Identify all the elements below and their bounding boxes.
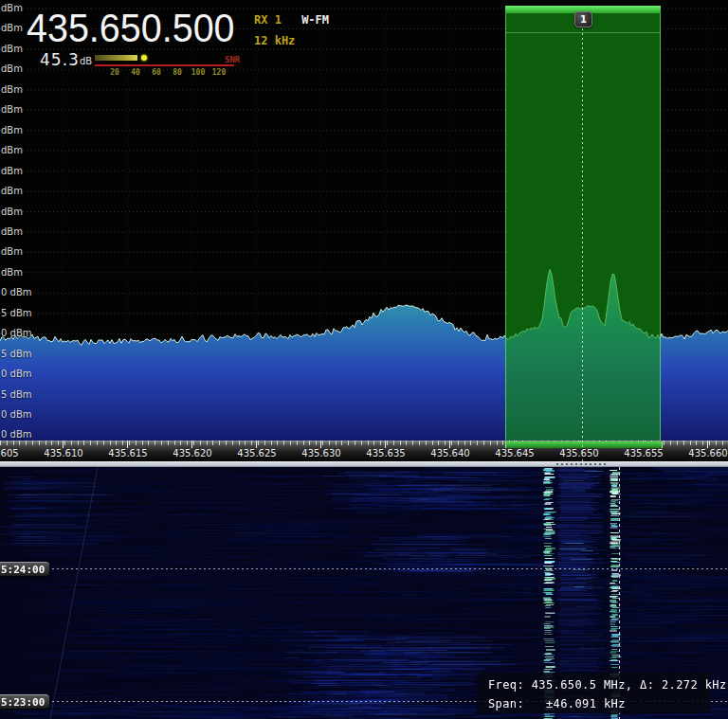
db-axis-label: dBm — [1, 207, 23, 218]
waterfall-display[interactable]: 5:24:00 5:23:00 Freq: 435.650.5 MHz, Δ: … — [0, 467, 728, 719]
snr-scale-ticks: 20406080100120 — [0, 68, 294, 78]
db-axis-label: dBm — [1, 23, 23, 34]
db-axis-label: 0 dBm — [1, 287, 32, 298]
snr-peak-dot — [141, 55, 147, 61]
frequency-axis-label: 435.655 — [624, 448, 663, 458]
snr-meter-bar — [95, 55, 137, 61]
db-axis-label: dBm — [1, 84, 23, 96]
frequency-axis-label: 435.615 — [108, 448, 147, 458]
frequency-axis-label: 435.650 — [559, 448, 598, 458]
frequency-axis-label: 435.645 — [495, 448, 534, 458]
snr-meter: 45.3 dB 20406080100120 SNR — [0, 46, 294, 79]
bandwidth-label: 12 kHz — [254, 34, 295, 47]
db-axis-label: dBm — [1, 104, 23, 116]
db-axis-label: dBm — [1, 3, 23, 14]
snr-unit: dB — [80, 56, 92, 66]
db-axis-label: 0 dBm — [1, 409, 32, 421]
snr-tick-label: 80 — [173, 68, 182, 77]
snr-tick-label: 40 — [131, 68, 140, 77]
timestamp-badge: 5:24:00 — [0, 562, 49, 576]
timestamp-badge: 5:23:00 — [0, 694, 49, 709]
mode-label: W-FM — [301, 13, 329, 27]
db-axis-label: 0 dBm — [1, 368, 32, 380]
db-axis-label: dBm — [1, 145, 23, 156]
snr-tick-label: 60 — [152, 68, 161, 77]
splitter-grip-icon[interactable] — [556, 463, 608, 465]
rx-marker-badge[interactable]: 1 — [574, 11, 592, 27]
db-axis-label: 5 dBm — [1, 308, 32, 319]
snr-tick-label: 20 — [110, 68, 119, 77]
cursor-info-box: Freq: 435.650.5 MHz, Δ: 2.272 kHzSpan: ±… — [477, 673, 710, 713]
db-axis-label: 0 dBm — [1, 328, 32, 339]
spectrum-display[interactable]: 1 dBmdBmdBmdBmdBmdBmdBmdBmdBmdBmdBmdBmdB… — [0, 5, 728, 440]
sdr-console-window: 1 dBmdBmdBmdBmdBmdBmdBmdBmdBmdBmdBmdBmdB… — [0, 0, 728, 719]
rx-region-left-edge[interactable] — [505, 6, 506, 441]
db-axis-label: 5 dBm — [1, 389, 32, 401]
frequency-axis[interactable]: 435.605435.610435.615435.620435.625435.6… — [0, 440, 728, 461]
db-axis-label: dBm — [1, 186, 23, 197]
frequency-axis-label: 435.610 — [44, 448, 82, 458]
frequency-axis-label: 435.640 — [430, 448, 469, 458]
rx-region-bottom-bar[interactable] — [505, 441, 663, 448]
db-axis-label: dBm — [1, 125, 23, 136]
db-axis-label: dBm — [1, 246, 23, 258]
db-axis-label: dBm — [1, 226, 23, 238]
db-axis-label: dBm — [1, 267, 23, 279]
db-axis-label: 5 dBm — [1, 349, 32, 360]
frequency-axis-label: 435.660 — [688, 448, 727, 458]
rx-info: RX 1 W-FM — [254, 13, 329, 27]
frequency-axis-label: 435.625 — [237, 448, 276, 458]
snr-scale-line — [95, 64, 234, 66]
rx-selection-region[interactable] — [505, 6, 661, 441]
cursor-span-text: Span: ±46.091 kHz — [488, 697, 626, 710]
frequency-readout[interactable]: 435.650.500 — [27, 6, 235, 51]
snr-label: SNR — [225, 55, 240, 64]
db-axis-label: dBm — [1, 166, 23, 177]
rx-number-label: RX 1 — [254, 13, 282, 27]
db-axis-label: 0 dBm — [1, 429, 32, 440]
snr-tick-label: 100 — [191, 68, 205, 77]
frequency-axis-label: 435.620 — [173, 448, 211, 458]
frequency-axis-label: 435.605 — [0, 448, 19, 458]
rx-region-right-edge[interactable] — [660, 6, 661, 441]
snr-tick-label: 120 — [212, 68, 226, 77]
snr-value: 45.3 — [40, 50, 80, 69]
frequency-axis-label: 435.635 — [366, 448, 405, 458]
frequency-axis-label: 435.630 — [301, 448, 340, 458]
rx-region-inner-line — [505, 32, 661, 33]
rx-tuned-frequency-line — [582, 14, 583, 441]
cursor-freq-text: Freq: 435.650.5 MHz, Δ: 2.272 kHz — [488, 678, 727, 692]
